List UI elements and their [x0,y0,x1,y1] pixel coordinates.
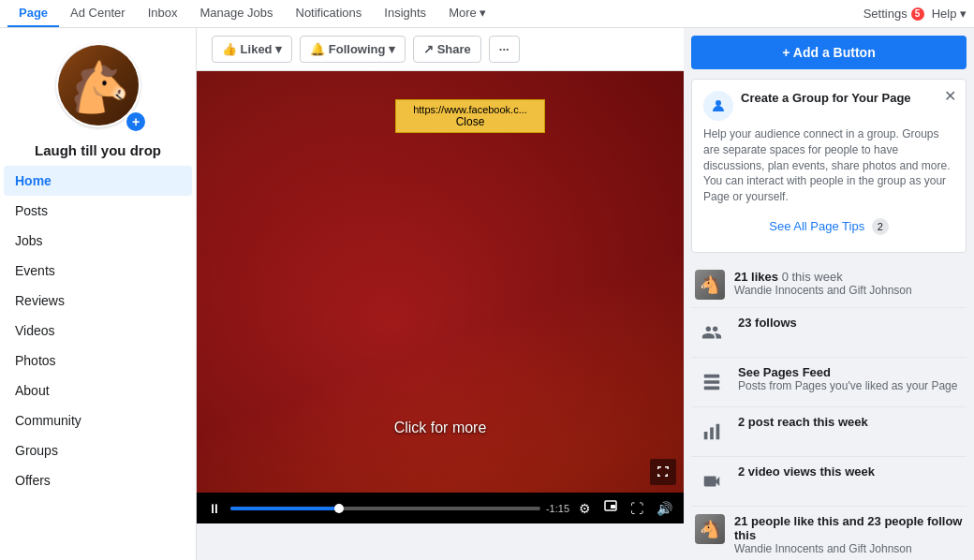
main-content: 👍 Liked ▾ 🔔 Following ▾ ↗ Share ··· http… [197,28,684,560]
horse-emoji: 🐴 [69,63,130,111]
close-tooltip-button[interactable]: Close [456,115,485,128]
nav-item-inbox[interactable]: Inbox [137,0,189,27]
tip-card-header: Create a Group for Your Page [703,91,954,121]
sidebar-item-community-label: Community [15,413,81,428]
post-reach-stat: 2 post reach this week [691,407,967,457]
svg-rect-1 [611,505,615,508]
settings-button[interactable]: Settings 5 [863,7,924,21]
sidebar-item-about-label: About [15,383,50,398]
profile-area: 🐴 + [0,28,196,135]
post-reach-count: 2 post reach this week [738,415,963,429]
nav-item-more[interactable]: More ▾ [437,0,497,27]
stats-section: 🐴 21 likes 0 this week Wandie Innocents … [691,262,967,560]
svg-rect-5 [704,387,720,391]
url-tooltip[interactable]: https://www.facebook.c... Close [395,99,545,133]
video-views-info: 2 video views this week [738,464,963,479]
sidebar-navigation: Home Posts Jobs Events Reviews Videos Ph… [0,166,196,495]
sidebar-item-posts-label: Posts [15,203,48,218]
page-name: Laugh till you drop [0,135,196,162]
add-button-cta[interactable]: + Add a Button [691,36,967,69]
bar-chart-icon [701,421,722,442]
likes-followers-names: Wandie Innocents and Gift Johnson [734,284,963,297]
people-icon [701,322,722,343]
expand-icon [657,465,670,479]
settings-badge: 5 [911,7,924,21]
following-button[interactable]: 🔔 Following ▾ [300,36,406,63]
svg-point-2 [716,100,721,106]
sidebar-item-jobs[interactable]: Jobs [0,226,196,256]
sidebar-item-photos[interactable]: Photos [0,346,196,376]
pip-icon [604,500,617,513]
sidebar-item-posts[interactable]: Posts [0,196,196,226]
video-progress-fill [230,507,339,510]
left-sidebar: 🐴 + Laugh till you drop Home Posts Jobs … [0,28,197,560]
sidebar-item-photos-label: Photos [15,353,56,368]
video-controls: ⏸ -1:15 ⚙ ⛶ 🔊 [197,493,684,523]
svg-rect-3 [704,375,720,378]
likes-info: 21 likes 0 this week Wandie Innocents an… [734,270,963,297]
video-container: https://www.facebook.c... Close Click fo… [197,71,684,523]
fullscreen-button[interactable]: ⛶ [627,499,647,518]
svg-rect-6 [704,432,708,439]
reach-icon [695,415,729,449]
tip-close-button[interactable]: ✕ [944,87,956,105]
more-options-button[interactable]: ··· [489,36,520,63]
people-names: Wandie Innocents and Gift Johnson [734,542,963,555]
pause-button[interactable]: ⏸ [204,499,225,518]
follows-icon [695,316,729,349]
video-views-count: 2 video views this week [738,464,963,479]
sidebar-item-events-label: Events [15,263,55,278]
help-label: Help ▾ [932,7,967,21]
nav-item-insights[interactable]: Insights [373,0,437,27]
feed-icon [701,372,722,392]
sidebar-item-community[interactable]: Community [0,405,196,435]
nav-item-notifications[interactable]: Notifications [285,0,374,27]
sidebar-item-events[interactable]: Events [0,256,196,286]
share-button[interactable]: ↗ Share [413,36,481,63]
nav-right-section: Settings 5 Help ▾ [863,7,967,21]
action-bar: 👍 Liked ▾ 🔔 Following ▾ ↗ Share ··· [197,28,684,71]
sidebar-item-home[interactable]: Home [4,166,192,196]
sidebar-item-offers-label: Offers [15,473,51,488]
top-navigation: Page Ad Center Inbox Manage Jobs Notific… [0,0,974,28]
follows-stat: 23 follows [691,308,967,358]
sidebar-item-about[interactable]: About [0,376,196,405]
nav-item-adcenter[interactable]: Ad Center [59,0,137,27]
tip-card: ✕ Create a Group for Your Page Help your… [691,79,967,253]
follows-info: 23 follows [738,316,963,330]
nav-item-page[interactable]: Page [7,0,59,27]
likes-avatar: 🐴 [695,270,725,300]
liked-button[interactable]: 👍 Liked ▾ [212,36,292,63]
sidebar-item-reviews[interactable]: Reviews [0,286,196,316]
people-like-follow-count: 21 people like this and 23 people follow… [734,514,963,542]
sidebar-item-videos[interactable]: Videos [0,316,196,346]
sidebar-item-offers[interactable]: Offers [0,465,196,495]
group-icon [710,97,727,114]
people-avatar: 🐴 [695,514,725,544]
add-photo-button[interactable]: + [125,111,147,133]
right-sidebar: + Add a Button ✕ Create a Group for Your… [684,28,974,560]
svg-rect-7 [710,427,714,439]
click-for-more-label[interactable]: Click for more [394,420,487,436]
see-all-tips-link[interactable]: See All Page Tips 2 [703,213,954,241]
nav-item-managejobs[interactable]: Manage Jobs [188,0,284,27]
people-like-follow-info: 21 people like this and 23 people follow… [734,514,963,555]
expand-video-button[interactable] [650,459,676,485]
progress-thumb [334,504,344,513]
url-text: https://www.facebook.c... [413,104,527,115]
sidebar-item-groups[interactable]: Groups [0,435,196,465]
help-button[interactable]: Help ▾ [932,7,967,21]
video-progress-bar[interactable] [230,507,540,510]
see-pages-feed-stat[interactable]: See Pages Feed Posts from Pages you've l… [691,358,967,407]
tip-body: Help your audience connect in a group. G… [703,126,954,205]
volume-button[interactable]: 🔊 [653,499,676,518]
video-background[interactable]: https://www.facebook.c... Close Click fo… [197,71,684,493]
tip-title: Create a Group for Your Page [741,91,911,105]
video-views-icon [695,464,729,498]
video-views-stat: 2 video views this week [691,457,967,507]
pages-feed-icon [695,365,729,399]
settings-video-button[interactable]: ⚙ [575,499,595,518]
main-layout: 🐴 + Laugh till you drop Home Posts Jobs … [0,28,974,560]
pip-button[interactable] [600,498,621,518]
pages-feed-sub: Posts from Pages you've liked as your Pa… [738,379,963,392]
